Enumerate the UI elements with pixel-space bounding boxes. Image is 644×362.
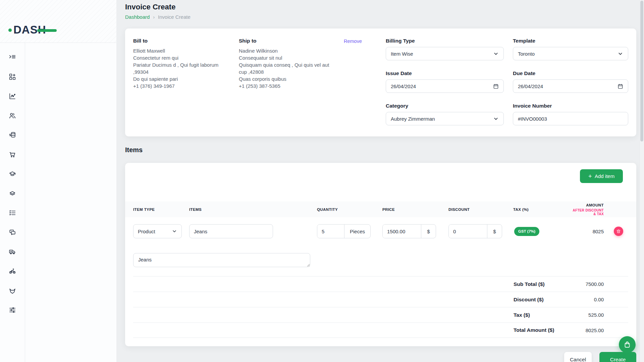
col-header-discount: DISCOUNT	[448, 207, 513, 212]
ship-to-line: Consequatur sit nul	[239, 54, 336, 61]
breadcrumb: Dashboard › Invoice Create	[125, 14, 191, 20]
floating-cart-button[interactable]	[619, 336, 636, 353]
price-input[interactable]	[383, 225, 421, 238]
price-cell: $	[382, 224, 448, 238]
sidebar-item-education[interactable]	[0, 165, 25, 184]
due-date-field: Due Date 26/04/2024	[513, 70, 628, 93]
cancel-button[interactable]: Cancel	[564, 352, 592, 362]
delete-item-button[interactable]	[614, 227, 623, 236]
issue-date-label: Issue Date	[386, 70, 504, 76]
chevron-down-icon	[493, 116, 499, 122]
col-header-tax: TAX (%)	[513, 207, 570, 212]
sidebar-item-todo[interactable]	[0, 204, 25, 223]
sidebar-item-users[interactable]	[0, 107, 25, 126]
calendar-icon	[493, 83, 499, 89]
billing-type-value: Item Wise	[391, 51, 413, 57]
sidebar-item-fleet[interactable]	[0, 243, 25, 262]
ship-to-block: Ship to Nadine Wilkinson Consequatur sit…	[239, 38, 336, 89]
total-amount-row: Total Amount ($) 8025.00	[133, 322, 628, 338]
bill-to-line: Pariatur Ducimus d , Qui fugit laborum	[133, 61, 230, 68]
users-icon	[9, 112, 16, 121]
brand-dot	[8, 28, 12, 32]
breadcrumb-dashboard-link[interactable]: Dashboard	[125, 14, 150, 20]
add-item-button[interactable]: + Add item	[580, 169, 623, 183]
discount-total-label: Discount ($)	[514, 297, 571, 303]
discount-group: $	[448, 224, 502, 238]
price-group: $	[382, 224, 436, 238]
sidebar-item-apps-add[interactable]	[0, 68, 25, 87]
bill-to-label: Bill to	[133, 38, 230, 44]
brand-dash-bar	[37, 29, 57, 32]
amount-value: 8025	[593, 229, 604, 234]
finance-database-icon	[9, 131, 16, 140]
ship-to-line: +1 (253) 387-5365	[239, 82, 336, 89]
col-header-items: ITEMS	[189, 207, 317, 212]
quantity-input[interactable]	[317, 225, 344, 238]
issue-date-input[interactable]: 26/04/2024	[386, 79, 504, 93]
breadcrumb-current: Invoice Create	[158, 14, 191, 20]
sidebar-item-pos[interactable]	[0, 145, 25, 165]
tax-badge[interactable]: GST (7%)	[514, 227, 539, 236]
template-field: Template Toronto	[513, 38, 628, 60]
brand-logo[interactable]: DASH	[8, 23, 46, 36]
sidebar-item-lab[interactable]	[0, 282, 25, 301]
header-stripe-pattern	[0, 0, 116, 43]
shopping-bag-icon	[623, 341, 631, 349]
billing-type-select[interactable]: Item Wise	[386, 47, 504, 60]
item-name-cell	[189, 224, 317, 238]
remove-address-link[interactable]: Remove	[344, 39, 362, 44]
add-item-label: Add item	[595, 173, 614, 179]
bill-to-block: Bill to Elliott Maxwell Consectetur rem …	[133, 38, 230, 89]
col-header-item-type: ITEM TYPE	[133, 207, 189, 212]
trash-icon	[616, 229, 621, 234]
sidebar-item-messages[interactable]	[0, 223, 25, 243]
shopping-cart-icon	[9, 151, 16, 160]
item-description-input[interactable]: Jeans	[133, 253, 310, 267]
sidebar-item-courier[interactable]	[0, 262, 25, 282]
sidebar-item-analytics[interactable]	[0, 87, 25, 107]
subtotal-label: Sub Total ($)	[514, 281, 571, 287]
billing-type-field: Billing Type Item Wise	[386, 38, 504, 60]
lab-fox-icon	[9, 287, 16, 296]
col-header-amount-note: AFTER DISCOUNT & TAX	[570, 208, 604, 216]
bike-courier-icon	[9, 267, 16, 276]
bill-to-line: +1 (376) 349-1967	[133, 82, 230, 89]
scrollbar-thumb[interactable]	[640, 1, 643, 141]
page-scrollbar[interactable]	[639, 0, 644, 362]
ship-to-line: Quisquam quia conseq , Qui quis vel aut	[239, 61, 336, 68]
items-table-header: ITEM TYPE ITEMS QUANTITY PRICE DISCOUNT …	[125, 201, 636, 217]
discount-cell: $	[448, 224, 513, 238]
plus-icon: +	[588, 173, 592, 179]
tax-total-label: Tax ($)	[514, 312, 571, 318]
layers-icon	[9, 190, 16, 198]
col-header-amount-title: AMOUNT	[586, 203, 604, 207]
sidebar-item-terminal-list[interactable]	[0, 48, 25, 68]
invoice-number-input[interactable]	[513, 112, 628, 125]
template-select[interactable]: Toronto	[513, 47, 628, 60]
bill-to-line: Elliott Maxwell	[133, 47, 230, 54]
item-type-value: Product	[138, 229, 155, 234]
total-amount-label: Total Amount ($)	[514, 327, 571, 333]
sidebar-item-layers[interactable]	[0, 184, 25, 204]
template-value: Toronto	[518, 51, 535, 57]
due-date-input[interactable]: 26/04/2024	[513, 79, 628, 93]
sidebar-item-settings[interactable]	[0, 301, 25, 320]
create-button[interactable]: Create	[599, 352, 636, 362]
items-card: + Add item ITEM TYPE ITEMS QUANTITY PRIC…	[125, 163, 636, 346]
discount-input[interactable]	[449, 225, 487, 238]
bill-to-line: ,99304	[133, 68, 230, 75]
bill-to-line: Consectetur rem qui	[133, 54, 230, 61]
item-type-select[interactable]: Product	[133, 224, 182, 238]
category-select[interactable]: Aubrey Zimmerman	[386, 112, 504, 125]
col-header-amount: AMOUNT AFTER DISCOUNT & TAX	[570, 203, 628, 216]
subtotal-row: Sub Total ($) 7500.00	[133, 276, 628, 292]
apps-add-icon	[9, 73, 16, 82]
issue-date-field: Issue Date 26/04/2024	[386, 70, 504, 93]
invoice-number-label: Invoice Number	[513, 103, 628, 109]
item-name-input[interactable]	[189, 224, 273, 238]
page-title: Invoice Create	[125, 3, 175, 11]
col-header-quantity: QUANTITY	[317, 207, 382, 212]
sidebar-item-finance[interactable]	[0, 126, 25, 145]
price-currency: $	[421, 225, 436, 238]
tax-cell: GST (7%)	[513, 227, 570, 236]
